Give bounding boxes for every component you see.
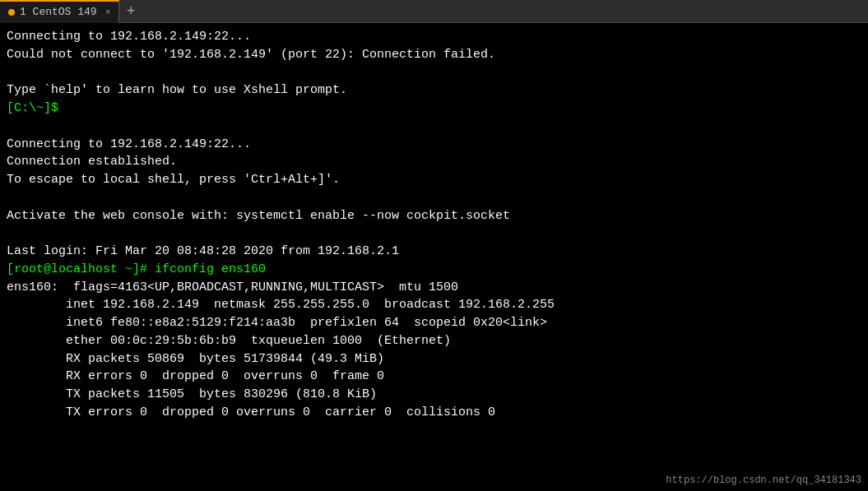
tab-status-dot: [8, 9, 15, 16]
watermark: https://blog.csdn.net/qq_34181343: [666, 475, 861, 486]
tab-add-button[interactable]: +: [119, 0, 142, 23]
terminal-line: inet6 fe80::e8a2:5129:f214:aa3b prefixle…: [7, 314, 861, 332]
terminal-line: Activate the web console with: systemctl…: [7, 207, 861, 225]
terminal-line: Could not connect to '192.168.2.149' (po…: [7, 46, 861, 64]
terminal-line: TX packets 11505 bytes 830296 (810.8 KiB…: [7, 386, 861, 404]
terminal-line: RX packets 50869 bytes 51739844 (49.3 Mi…: [7, 350, 861, 368]
terminal-line-empty: [7, 118, 861, 136]
terminal-line-empty: [7, 64, 861, 82]
titlebar: 1 CentOS 149 × +: [0, 0, 868, 23]
terminal-line: To escape to local shell, press 'Ctrl+Al…: [7, 171, 861, 189]
terminal-line: Connection established.: [7, 153, 861, 171]
terminal-line-empty: [7, 189, 861, 207]
terminal-line: ens160: flags=4163<UP,BROADCAST,RUNNING,…: [7, 279, 861, 297]
tab-centos[interactable]: 1 CentOS 149 ×: [0, 0, 119, 23]
terminal-line: Type `help' to learn how to use Xshell p…: [7, 81, 861, 100]
terminal-line: TX errors 0 dropped 0 overruns 0 carrier…: [7, 404, 861, 422]
terminal: Connecting to 192.168.2.149:22...Could n…: [0, 23, 868, 491]
terminal-line: [C:\~]$: [7, 100, 861, 118]
terminal-line-empty: [7, 225, 861, 243]
tab-label: 1 CentOS 149: [20, 6, 97, 18]
terminal-line: RX errors 0 dropped 0 overruns 0 frame 0: [7, 368, 861, 386]
terminal-line: Connecting to 192.168.2.149:22...: [7, 136, 861, 154]
tab-close-button[interactable]: ×: [105, 7, 111, 17]
terminal-line: Last login: Fri Mar 20 08:48:28 2020 fro…: [7, 243, 861, 261]
terminal-line: ether 00:0c:29:5b:6b:b9 txqueuelen 1000 …: [7, 332, 861, 350]
terminal-line: inet 192.168.2.149 netmask 255.255.255.0…: [7, 296, 861, 314]
terminal-line: Connecting to 192.168.2.149:22...: [7, 28, 861, 46]
terminal-output: Connecting to 192.168.2.149:22...Could n…: [7, 28, 861, 422]
terminal-line: [root@localhost ~]# ifconfig ens160: [7, 261, 861, 279]
